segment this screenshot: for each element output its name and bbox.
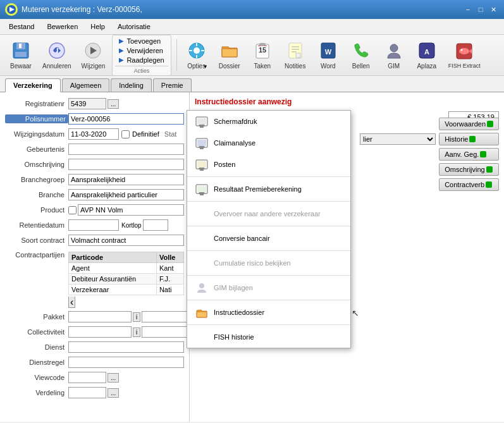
action-buttons: Voorwaarden Historie Aanv. Geg. Omschrij…	[439, 118, 499, 191]
menu-resultaat[interactable]: Resultaat Premieberekening	[187, 178, 350, 200]
soort-contract-input[interactable]	[68, 235, 184, 246]
taken-button[interactable]: 15 Taken	[247, 38, 278, 73]
dropdown-sep-6	[187, 300, 350, 300]
collectiviteit-info-button[interactable]: i	[133, 328, 140, 337]
fish-extract-button[interactable]: FISH Extract	[444, 38, 485, 73]
title-bar: Muteren verzekering : Verz-000056, − □ ✕	[0, 0, 504, 19]
definitief-checkbox[interactable]	[121, 130, 130, 138]
table-row: Verzekeraar Nati	[69, 285, 184, 295]
pakket-label: Pakket	[5, 313, 68, 321]
retentiedatum-input[interactable]	[68, 219, 119, 231]
notities-button[interactable]: Notities	[280, 38, 311, 73]
dienstregel-label: Dienstregel	[5, 359, 68, 366]
tab-indeling[interactable]: Indeling	[111, 78, 152, 92]
verzekeraar-select[interactable]: lier	[360, 133, 436, 145]
registratienr-input[interactable]	[68, 98, 106, 109]
polisnummer-row: Polisnummer	[5, 113, 184, 125]
menu-bar: Bestand Bewerken Help Autorisatie	[0, 19, 504, 35]
table-row: Agent Kant	[69, 263, 184, 274]
aplaza-icon: A	[417, 40, 437, 61]
historie-button[interactable]: Historie	[439, 133, 499, 145]
svg-point-32	[459, 48, 469, 54]
schermafdruk-icon	[195, 114, 209, 128]
wijzigen-button[interactable]: Wijzigen	[77, 38, 110, 73]
verwijderen-button[interactable]: ▶ Verwijderen	[115, 46, 168, 55]
menu-bestand[interactable]: Bestand	[3, 21, 40, 32]
resultaat-label: Resultaat Premieberekening	[214, 185, 302, 193]
contractpartijen-scroll[interactable]: Particode Volle Agent Kant Debiteur Assu…	[68, 250, 184, 295]
product-input[interactable]	[78, 204, 184, 216]
resultaat-icon	[195, 182, 209, 196]
menu-gim-bijlagen: GIM bijlagen	[187, 277, 350, 298]
row-verzekeraar: Verzekeraar	[69, 285, 157, 295]
opties-button[interactable]: Opties ▼	[181, 38, 212, 73]
polisnummer-input[interactable]	[68, 113, 184, 125]
toevoegen-label: Toevoegen	[126, 37, 161, 45]
viewcode-browse-button[interactable]: ...	[108, 373, 119, 383]
bellen-button[interactable]: Bellen	[345, 38, 377, 73]
product-checkbox[interactable]	[68, 206, 77, 214]
tab-algemeen[interactable]: Algemeen	[62, 78, 110, 92]
fish-extract-icon	[454, 41, 474, 61]
gim-button[interactable]: GIM	[378, 38, 410, 73]
svg-rect-5	[15, 52, 27, 57]
maximize-button[interactable]: □	[475, 4, 486, 15]
menu-instructiedossier[interactable]: Instructiedossier	[187, 302, 350, 323]
word-button[interactable]: W Word	[312, 38, 344, 73]
kortlop-input[interactable]	[143, 219, 168, 231]
voorwaarden-label: Voorwaarden	[445, 120, 486, 128]
aplaza-button[interactable]: A Aplaza	[411, 38, 443, 73]
dienst-input[interactable]	[68, 341, 184, 353]
svg-rect-42	[197, 161, 206, 168]
voorwaarden-button[interactable]: Voorwaarden	[439, 118, 499, 130]
menu-bewerken[interactable]: Bewerken	[40, 21, 84, 32]
pakket-input[interactable]	[68, 311, 132, 322]
dossier-button[interactable]: Dossier	[214, 38, 245, 73]
menu-claimanalyse[interactable]: Claimanalyse	[187, 132, 350, 154]
dienstregel-input[interactable]	[68, 357, 184, 368]
verdeling-browse-button[interactable]: ...	[108, 388, 119, 398]
wijzigingsdatum-input[interactable]	[68, 128, 119, 140]
gebeurtenis-input[interactable]	[68, 144, 184, 155]
omschrijving-input[interactable]	[68, 159, 184, 170]
pakket-row: Pakket i	[5, 310, 184, 323]
dropdown-sep-2	[187, 201, 350, 202]
product-label: Product	[5, 206, 68, 214]
fish-extract-label: FISH Extract	[448, 63, 481, 70]
close-button[interactable]: ✕	[488, 4, 499, 15]
minimize-button[interactable]: −	[462, 4, 474, 15]
branchegroep-input[interactable]	[68, 174, 184, 185]
row-agent-volle: Kant	[156, 263, 183, 274]
toevoegen-button[interactable]: ▶ Toevoegen	[115, 37, 168, 46]
dienst-row: Dienst	[5, 341, 184, 353]
menu-help[interactable]: Help	[84, 21, 111, 32]
menu-autorisatie[interactable]: Autorisatie	[111, 21, 157, 32]
menu-conversie[interactable]: Conversie bancair	[187, 228, 350, 249]
branche-input[interactable]	[68, 189, 184, 200]
menu-schermafdruk[interactable]: Schermafdruk	[187, 111, 350, 132]
pakket-info-button[interactable]: i	[133, 312, 140, 322]
bewaar-button[interactable]: Bewaar	[5, 38, 37, 73]
aanv-geg-button[interactable]: Aanv. Geg.	[439, 148, 499, 161]
tab-premie[interactable]: Premie	[153, 78, 192, 92]
collectiviteit-input[interactable]	[68, 326, 132, 338]
contractverb-button[interactable]: Contractverb	[439, 178, 499, 191]
toolbar: Bewaar Annuleren Wijzigen ▶ Toevoegen	[0, 35, 504, 76]
contractpartijen-table: Particode Volle Agent Kant Debiteur Assu…	[68, 252, 184, 295]
scroll-left-button[interactable]: ‹	[68, 297, 75, 308]
menu-fish-historie[interactable]: FISH historie	[187, 326, 350, 348]
row-verzekeraar-volle: Nati	[156, 285, 183, 295]
conversie-label: Conversie bancair	[214, 235, 270, 242]
dropdown-sep-7	[187, 324, 350, 325]
tab-verzekering[interactable]: Verzekering	[5, 78, 61, 92]
viewcode-input[interactable]	[68, 372, 106, 383]
svg-rect-20	[264, 46, 267, 46]
acties-label: Acties	[115, 66, 168, 74]
menu-posten[interactable]: Posten	[187, 154, 350, 175]
verdeling-input[interactable]	[68, 387, 106, 398]
contractverb-label: Contractverb	[445, 181, 484, 188]
raadplegen-button[interactable]: ▶ Raadplegen	[115, 56, 168, 64]
annuleren-button[interactable]: Annuleren	[38, 38, 76, 73]
registratienr-browse-button[interactable]: ...	[108, 99, 119, 109]
omschrijving-btn[interactable]: Omschrijving	[439, 163, 499, 176]
